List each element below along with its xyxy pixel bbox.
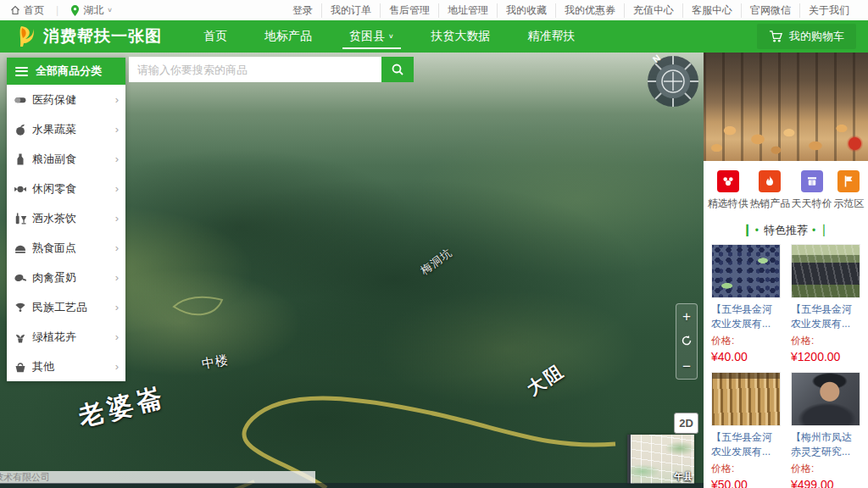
chevron-right-icon: ›	[115, 182, 119, 195]
location-label: 湖北	[83, 3, 103, 18]
nav-item-precise-assistance[interactable]: 精准帮扶	[509, 20, 594, 53]
shopping-cart-button[interactable]: 我的购物车	[757, 24, 856, 49]
product-price: ¥40.00	[711, 350, 781, 363]
featured-section-header: ▎• 特色推荐 •▕	[704, 216, 868, 244]
sidebar-item-medicine-health[interactable]: 医药保健 ›	[7, 85, 125, 114]
quick-link-daily-deals[interactable]: 天天特价	[792, 170, 832, 211]
zoom-out-button[interactable]: −	[682, 359, 691, 374]
map-2d-mode-button[interactable]: 2D	[674, 413, 698, 434]
demo-zone-flag-icon	[837, 170, 860, 192]
home-link[interactable]: 首页	[10, 3, 44, 18]
hot-products-flame-icon	[759, 170, 781, 192]
product-search-bar	[129, 57, 414, 82]
drink-icon	[14, 212, 27, 225]
product-card[interactable]: 【五华县金河农业发展有... 价格: ¥40.00	[711, 244, 781, 363]
recharge-center-link[interactable]: 充值中心	[624, 3, 682, 18]
product-title: 【五华县金河农业发展有...	[791, 302, 860, 331]
search-input[interactable]	[129, 57, 381, 82]
chevron-down-icon: ∨	[388, 33, 394, 40]
product-price: ¥50.00	[711, 478, 781, 488]
fruit-icon	[14, 123, 27, 136]
site-title: 消费帮扶一张图	[43, 25, 162, 47]
section-deco-right: •▕	[812, 225, 825, 236]
brand-logo-icon	[14, 25, 36, 48]
brand-home-link[interactable]: 消费帮扶一张图	[0, 25, 185, 48]
home-icon	[10, 5, 20, 15]
about-us-link[interactable]: 关于我们	[799, 3, 858, 18]
product-image-dried-goods	[711, 372, 781, 426]
product-card[interactable]: 【梅州市凤达赤灵芝研究... 价格: ¥499.00	[791, 372, 860, 488]
cart-icon	[769, 30, 783, 43]
product-price: ¥499.00	[791, 478, 860, 488]
after-sales-link[interactable]: 售后管理	[380, 3, 438, 18]
location-pin-icon	[70, 5, 80, 16]
product-title: 【梅州市凤达赤灵芝研究...	[791, 430, 860, 459]
bun-icon	[14, 241, 27, 255]
product-image-lingzhi-researcher	[791, 372, 860, 426]
my-orders-link[interactable]: 我的订单	[321, 3, 380, 18]
sidebar-item-other[interactable]: 其他 ›	[7, 352, 125, 381]
zoom-in-button[interactable]: +	[682, 309, 691, 324]
nav-item-home[interactable]: 首页	[185, 20, 246, 53]
sidebar-item-drinks-tea[interactable]: 酒水茶饮 ›	[7, 203, 125, 233]
pill-icon	[14, 93, 27, 107]
customer-service-link[interactable]: 客服中心	[682, 3, 741, 18]
product-price: ¥1200.00	[791, 350, 860, 363]
section-deco-left: ▎•	[747, 225, 760, 236]
search-button[interactable]	[381, 57, 414, 82]
featured-section-title: 特色推荐	[764, 223, 808, 238]
quick-links-row: 精选特供 热销产品 天天特价 示范区	[704, 161, 868, 216]
sidebar-item-plants-flowers[interactable]: 绿植花卉 ›	[7, 322, 125, 352]
quick-link-selected-special[interactable]: 精选特供	[708, 170, 748, 211]
map-credit-strip	[0, 483, 704, 488]
map-zoom-controls: + −	[676, 303, 698, 380]
main-content: 老婆崙 中楼 大阻 梅洞坑 N +	[0, 53, 868, 488]
sidebar-item-snacks[interactable]: 休闲零食 ›	[7, 174, 125, 203]
overview-minimap[interactable]: 午县	[627, 435, 694, 484]
quick-link-demo-zone[interactable]: 示范区	[833, 170, 864, 211]
all-categories-header[interactable]: 全部商品分类	[7, 58, 125, 85]
nav-menu: 首页 地标产品 贫困县 ∨ 扶贫大数据 精准帮扶	[185, 20, 594, 53]
sidebar-item-ethnic-crafts[interactable]: 民族工艺品 ›	[7, 292, 125, 322]
nav-item-poor-counties[interactable]: 贫困县 ∨	[331, 20, 413, 53]
price-label: 价格:	[711, 334, 781, 348]
daily-deals-box-icon	[801, 170, 823, 192]
location-selector[interactable]: 湖北 ∨	[70, 3, 113, 18]
candy-icon	[14, 182, 27, 196]
featured-products-grid: 【五华县金河农业发展有... 价格: ¥40.00 【五华县金河农业发展有...…	[704, 244, 868, 488]
separator: |	[56, 4, 58, 16]
chevron-right-icon: ›	[115, 152, 119, 165]
sidebar-item-meat-eggs-dairy[interactable]: 肉禽蛋奶 ›	[7, 263, 125, 292]
all-categories-label: 全部商品分类	[36, 64, 102, 79]
reset-view-button[interactable]	[681, 335, 693, 349]
wechat-link[interactable]: 官网微信	[741, 3, 799, 18]
price-label: 价格:	[711, 462, 781, 476]
fan-icon	[14, 301, 27, 314]
category-sidebar: 全部商品分类 医药保健 › 水果蔬菜 › 粮油副食 › 休闲零食 › 酒水茶饮 …	[7, 58, 125, 381]
quick-link-hot-products[interactable]: 热销产品	[749, 170, 790, 211]
nav-item-poverty-big-data[interactable]: 扶贫大数据	[413, 20, 509, 53]
price-label: 价格:	[791, 334, 860, 348]
right-panel: 精选特供 热销产品 天天特价 示范区 ▎•	[704, 53, 868, 488]
nav-item-landmark-products[interactable]: 地标产品	[246, 20, 331, 53]
cart-label: 我的购物车	[789, 29, 844, 44]
product-card[interactable]: 【五华县金河农业发展有... 价格: ¥50.00	[711, 372, 781, 488]
product-title: 【五华县金河农业发展有...	[711, 430, 781, 459]
compass-control[interactable]: N	[646, 54, 700, 108]
sidebar-item-grain-oil[interactable]: 粮油副食 ›	[7, 144, 125, 174]
chevron-right-icon: ›	[115, 241, 119, 254]
login-link[interactable]: 登录	[284, 3, 321, 18]
grain-oil-icon	[14, 152, 27, 166]
favorites-link[interactable]: 我的收藏	[497, 3, 555, 18]
sidebar-item-fruits-vegetables[interactable]: 水果蔬菜 ›	[7, 114, 125, 144]
hamburger-menu-icon	[15, 67, 28, 76]
chevron-right-icon: ›	[115, 330, 119, 343]
promo-photo-poultry-farm[interactable]	[704, 53, 868, 161]
product-title: 【五华县金河农业发展有...	[711, 302, 781, 331]
refresh-icon	[681, 335, 693, 347]
product-card[interactable]: 【五华县金河农业发展有... 价格: ¥1200.00	[791, 244, 860, 363]
coupons-link[interactable]: 我的优惠券	[555, 3, 624, 18]
sidebar-item-cooked-food[interactable]: 熟食面点 ›	[7, 233, 125, 263]
address-management-link[interactable]: 地址管理	[438, 3, 497, 18]
minimap-place-label: 午县	[674, 470, 693, 483]
